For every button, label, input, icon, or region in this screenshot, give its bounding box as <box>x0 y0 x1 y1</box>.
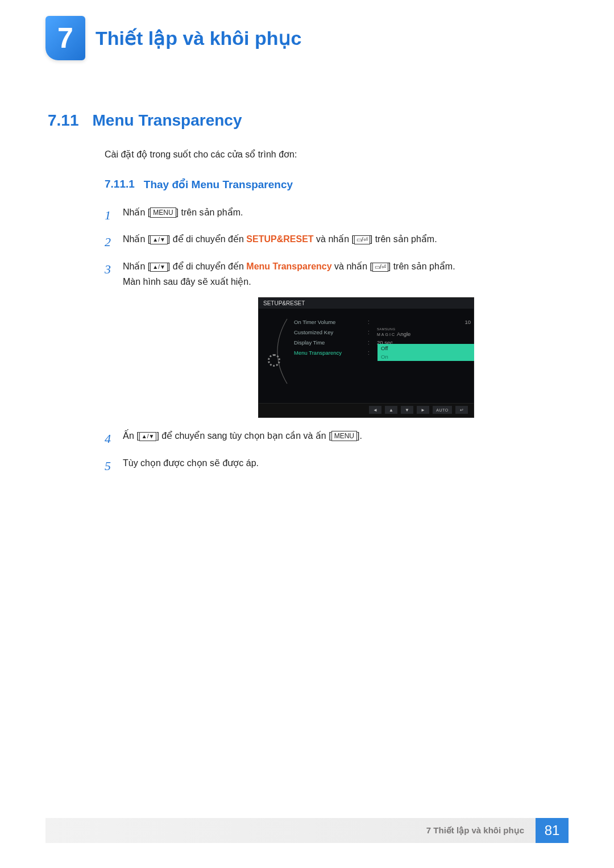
osd-down-icon: ▼ <box>401 406 413 414</box>
step-number: 3 <box>105 259 115 289</box>
osd-body: On Timer Volume : 10 Customized Key : SA… <box>259 309 474 403</box>
subsection-heading: 7.11.1 Thay đổi Menu Transparency <box>105 178 569 191</box>
osd-title: SETUP&RESET <box>259 298 474 309</box>
chapter-header: 7 Thiết lập và khôi phục <box>45 16 569 60</box>
step-3: 3 Nhấn [▲/▼] để di chuyển đến Menu Trans… <box>105 259 569 289</box>
chapter-title: Thiết lập và khôi phục <box>96 27 301 49</box>
source-enter-icon: ▭/⏎ <box>354 235 370 244</box>
menu-button-icon: MENU <box>150 207 176 218</box>
osd-return-icon: ↵ <box>455 406 468 414</box>
page-footer: 7 Thiết lập và khôi phục 81 <box>45 818 569 843</box>
step-number: 1 <box>105 205 115 226</box>
chapter-number-badge: 7 <box>45 16 85 60</box>
osd-left-icon: ◄ <box>369 406 381 414</box>
intro-text: Cài đặt độ trong suốt cho các cửa sổ trì… <box>105 149 569 160</box>
up-down-icon: ▲/▼ <box>150 263 168 272</box>
osd-label: Display Time <box>294 339 362 346</box>
footer-chapter: 7 Thiết lập và khôi phục <box>426 825 528 836</box>
osd-up-icon: ▲ <box>385 406 397 414</box>
osd-label: Customized Key <box>294 329 362 335</box>
step-number: 2 <box>105 231 115 252</box>
subsection-number: 7.11.1 <box>105 178 135 191</box>
step-text: Nhấn [▲/▼] để di chuyển đến Menu Transpa… <box>123 259 455 289</box>
section-number: 7.11 <box>48 111 79 130</box>
source-enter-icon: ▭/⏎ <box>372 263 388 272</box>
osd-row-active: Menu Transparency : Off On <box>294 347 474 358</box>
osd-list: On Timer Volume : 10 Customized Key : SA… <box>294 314 474 389</box>
osd-dropdown: Off On <box>377 344 474 361</box>
osd-screenshot: SETUP&RESET On Timer Volume : 10 Customi… <box>258 297 474 418</box>
step-number: 5 <box>105 455 115 476</box>
subsection-title: Thay đổi Menu Transparency <box>144 178 293 191</box>
step-1: 1 Nhấn [MENU] trên sản phẩm. <box>105 205 569 226</box>
step-5: 5 Tùy chọn được chọn sẽ được áp. <box>105 455 569 476</box>
step-2: 2 Nhấn [▲/▼] để di chuyển đến SETUP&RESE… <box>105 231 569 252</box>
osd-value: SAMSUNG MAGIC Angle <box>377 327 474 337</box>
section-heading: 7.11 Menu Transparency <box>48 111 569 130</box>
up-down-icon: ▲/▼ <box>139 432 157 441</box>
step-subtext: Màn hình sau đây sẽ xuất hiện. <box>123 274 455 289</box>
up-down-icon: ▲/▼ <box>150 235 168 244</box>
step-text: Nhấn [▲/▼] để di chuyển đến SETUP&RESET … <box>123 231 437 252</box>
gear-icon <box>268 354 280 367</box>
step-number: 4 <box>105 428 115 449</box>
footer-page-number: 81 <box>536 818 569 843</box>
osd-label: On Timer Volume <box>294 319 362 325</box>
osd-row: Customized Key : SAMSUNG MAGIC Angle <box>294 327 474 337</box>
osd-button-bar: ◄ ▲ ▼ ► AUTO ↵ <box>259 403 474 417</box>
menu-button-icon: MENU <box>331 431 357 441</box>
highlight-menu-transparency: Menu Transparency <box>246 261 331 271</box>
step-text: Nhấn [MENU] trên sản phẩm. <box>123 205 243 226</box>
osd-auto-button: AUTO <box>433 406 452 414</box>
highlight-setup-reset: SETUP&RESET <box>246 234 313 244</box>
osd-label: Menu Transparency <box>294 350 362 356</box>
steps-list: 1 Nhấn [MENU] trên sản phẩm. 2 Nhấn [▲/▼… <box>105 205 569 476</box>
section-title: Menu Transparency <box>93 111 242 130</box>
osd-value: 10 <box>377 319 474 325</box>
osd-row: On Timer Volume : 10 <box>294 317 474 327</box>
step-text: Tùy chọn được chọn sẽ được áp. <box>123 455 259 476</box>
osd-arc-icon <box>264 314 294 389</box>
osd-option-off: Off <box>377 344 474 352</box>
step-4: 4 Ấn [▲/▼] để chuyển sang tùy chọn bạn c… <box>105 428 569 449</box>
osd-right-icon: ► <box>417 406 429 414</box>
step-text: Ấn [▲/▼] để chuyển sang tùy chọn bạn cần… <box>123 428 362 449</box>
osd-option-on: On <box>377 352 474 361</box>
